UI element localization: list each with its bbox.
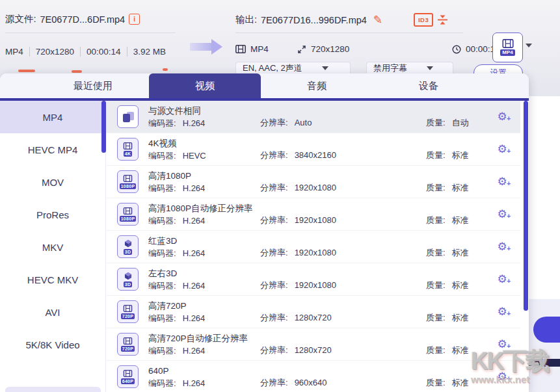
sidebar-item-mov[interactable]: MOV <box>0 166 105 198</box>
divider <box>5 33 176 33</box>
format-row-720p[interactable]: 720P 高清720P 编码器:H.264 分辨率:1280x720 质量:标准… <box>106 296 520 328</box>
quality-value: 标准 <box>452 183 469 192</box>
sidebar-item-prores[interactable]: ProRes <box>0 198 105 231</box>
resolution-value: 1920x1080 <box>295 280 336 290</box>
format-title: 640P <box>148 365 205 377</box>
divider <box>235 33 463 33</box>
resolution-icon <box>297 45 306 54</box>
resolution-value: 1920x1080 <box>295 183 336 192</box>
film-icon <box>235 45 246 53</box>
gear-plus-icon[interactable]: ⚙+ <box>496 273 509 286</box>
encoder-value: HEVC <box>183 151 206 161</box>
encoder-value: H.264 <box>183 346 206 356</box>
quality-value: 标准 <box>452 248 469 257</box>
format-title: 高清720P <box>148 300 205 312</box>
film-720p-icon: 720P <box>117 300 139 323</box>
list-scrollbar[interactable] <box>524 101 528 311</box>
flow-arrow-icon <box>190 43 211 51</box>
gear-plus-icon[interactable]: ⚙+ <box>496 306 509 319</box>
resolution-value: 1920x1080 <box>295 248 336 257</box>
resolution-value: 1280x720 <box>295 345 332 355</box>
source-file-line: 源文件: 7E0677D...6DF.mp4 i <box>5 13 140 25</box>
format-row-red-blue-3d[interactable]: 3D 红蓝3D 编码器:H.264 分辨率:1920x1080 质量:标准 ⚙+ <box>106 231 520 263</box>
audio-track-value: EN, AAC, 2声道 <box>243 62 302 74</box>
format-row-1080p-autofix[interactable]: 1080P 高清1080P自动修正分辨率 编码器:H.264 分辨率:1920x… <box>106 198 520 231</box>
subtitle-dropdown[interactable]: 禁用字幕 <box>366 62 453 73</box>
format-badge: MP4 <box>500 49 514 56</box>
gear-plus-icon[interactable]: ⚙+ <box>496 111 509 124</box>
format-title: 高清1080P <box>148 170 205 182</box>
encoder-value: H.264 <box>183 378 206 388</box>
tab-recently-used[interactable]: 最近使用 <box>37 73 149 98</box>
output-resolution-value: 720x1280 <box>311 44 349 54</box>
source-duration: 00:00:14 <box>80 47 127 57</box>
source-label: 源文件: <box>5 13 36 25</box>
cube-3d-icon: 3D <box>117 235 139 258</box>
chevron-down-icon[interactable] <box>526 44 532 47</box>
search-button[interactable]: 搜索 <box>5 387 101 392</box>
sidebar-item-5k8k[interactable]: 5K/8K Video <box>0 328 105 361</box>
sidebar-item-avi[interactable]: AVI <box>0 296 105 328</box>
format-row-1080p[interactable]: 1080P 高清1080P 编码器:H.264 分辨率:1920x1080 质量… <box>106 166 520 198</box>
sidebar-scrollbar[interactable] <box>101 101 106 153</box>
gear-plus-icon[interactable]: ⚙+ <box>496 176 509 189</box>
gear-plus-icon[interactable]: ⚙+ <box>496 338 509 351</box>
format-title: 高清720P自动修正分辨率 <box>148 332 248 345</box>
split-icon[interactable] <box>437 14 448 25</box>
format-row-4k[interactable]: 4K 4K视频 编码器:HEVC 分辨率:3840x2160 质量:标准 ⚙+ <box>106 133 520 166</box>
sidebar-item-mkv[interactable]: MKV <box>0 231 105 263</box>
source-format: MP4 <box>5 47 29 57</box>
sidebar-item-hevc-mp4[interactable]: HEVC MP4 <box>0 133 105 166</box>
clipped-orange-text <box>18 70 35 72</box>
resolution-value: 1280x720 <box>295 313 332 322</box>
clipped-orange-text <box>163 68 168 71</box>
encoder-value: H.264 <box>183 248 206 258</box>
format-sidebar: MP4 HEVC MP4 MOV ProRes MKV HEVC MKV AVI… <box>0 101 106 392</box>
format-row-left-right-3d[interactable]: 3D 左右3D 编码器:H.264 分辨率:1920x1080 质量:标准 ⚙+ <box>106 263 520 296</box>
format-title: 高清1080P自动修正分辨率 <box>148 202 253 215</box>
quality-value: 标准 <box>452 150 469 160</box>
output-filename: 7E0677D16...996DF.mp4 <box>261 15 367 25</box>
film-1080p-icon: 1080P <box>117 170 139 193</box>
quality-value: 标准 <box>452 280 469 290</box>
subtitle-value: 禁用字幕 <box>373 62 407 74</box>
gear-plus-icon[interactable]: ⚙+ <box>496 371 509 384</box>
gear-plus-icon[interactable]: ⚙+ <box>496 241 509 254</box>
source-meta: MP4 720x1280 00:00:14 3.92 MB <box>5 47 172 57</box>
format-title: 左右3D <box>148 267 205 280</box>
tab-device[interactable]: 设备 <box>373 73 485 98</box>
format-row-640p[interactable]: 640P 640P 编码器:H.264 分辨率:960x640 质量:标准 ⚙+ <box>106 361 520 392</box>
format-title: 4K视频 <box>148 137 206 150</box>
tab-audio[interactable]: 音频 <box>261 73 373 98</box>
quality-value: 标准 <box>452 313 469 322</box>
resolution-value: 960x640 <box>295 378 327 387</box>
tab-video[interactable]: 视频 <box>149 73 261 98</box>
id3-tag-icon[interactable]: ID3 <box>414 13 433 27</box>
format-row-720p-autofix[interactable]: 720P 高清720P自动修正分辨率 编码器:H.264 分辨率:1280x72… <box>106 328 520 361</box>
output-label: 输出: <box>235 14 257 26</box>
sidebar-item-hevc-mkv[interactable]: HEVC MKV <box>0 263 105 296</box>
edit-filename-icon[interactable]: ✎ <box>373 13 382 27</box>
format-title: 与源文件相同 <box>148 105 205 117</box>
bottom-navy-bar <box>529 359 560 367</box>
format-row-same-as-source[interactable]: 与源文件相同 编码器:H.264 分辨率:Auto 质量:自动 ⚙+ <box>106 101 520 133</box>
output-format-button[interactable]: MP4 <box>492 33 523 62</box>
film-640p-icon: 640P <box>117 365 139 388</box>
encoder-value: H.264 <box>183 313 206 323</box>
film-720p-icon: 720P <box>117 333 139 356</box>
convert-button-partial[interactable] <box>533 317 560 343</box>
encoder-value: H.264 <box>183 118 206 128</box>
format-panel: 最近使用 视频 音频 设备 MP4 HEVC MP4 MOV ProRes MK… <box>0 73 529 392</box>
clock-icon <box>452 45 461 54</box>
info-icon[interactable]: i <box>129 14 140 25</box>
audio-track-dropdown[interactable]: EN, AAC, 2声道 <box>235 62 351 73</box>
gear-plus-icon[interactable]: ⚙+ <box>496 143 509 156</box>
output-meta: MP4 720x1280 00:00:14 <box>235 44 500 54</box>
format-title: 红蓝3D <box>148 235 205 247</box>
encoder-value: H.264 <box>183 183 206 193</box>
sidebar-item-mp4[interactable]: MP4 <box>0 101 105 133</box>
source-size: 3.92 MB <box>127 47 172 57</box>
cube-3d-icon: 3D <box>117 268 139 291</box>
chevron-down-icon <box>427 66 433 70</box>
gear-plus-icon[interactable]: ⚙+ <box>496 208 509 221</box>
